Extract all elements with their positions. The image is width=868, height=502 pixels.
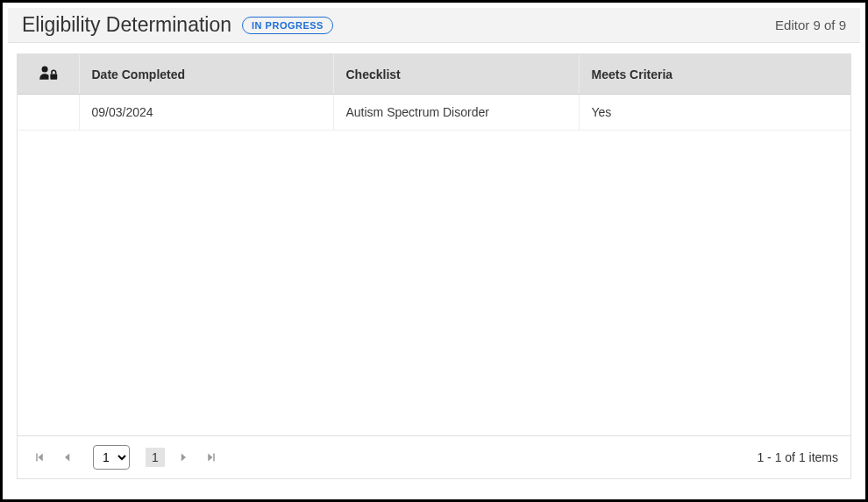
seek-first-icon bbox=[34, 452, 45, 463]
cell-meets-criteria: Yes bbox=[579, 95, 850, 131]
svg-point-0 bbox=[41, 67, 47, 73]
cell-date-completed: 09/03/2024 bbox=[79, 95, 333, 131]
pager-current-page[interactable]: 1 bbox=[146, 448, 165, 467]
title-group: Eligibility Determination IN PROGRESS bbox=[22, 13, 333, 37]
pager-controls: 1 1 bbox=[30, 445, 221, 470]
grid-scroll[interactable]: Date Completed Checklist Meets Criteria … bbox=[18, 54, 850, 436]
chevron-right-icon bbox=[178, 452, 189, 463]
column-header-lock[interactable] bbox=[18, 54, 79, 95]
pager-last-button[interactable] bbox=[202, 448, 221, 467]
table-header-row: Date Completed Checklist Meets Criteria bbox=[18, 54, 850, 95]
eligibility-table: Date Completed Checklist Meets Criteria … bbox=[18, 54, 850, 131]
svg-rect-1 bbox=[50, 74, 57, 80]
column-header-meets-criteria[interactable]: Meets Criteria bbox=[579, 54, 850, 95]
cell-checklist: Autism Spectrum Disorder bbox=[333, 95, 579, 131]
app-window: Eligibility Determination IN PROGRESS Ed… bbox=[0, 0, 868, 502]
pager-first-button[interactable] bbox=[30, 448, 49, 467]
cell-lock bbox=[18, 95, 79, 131]
editor-counter: Editor 9 of 9 bbox=[775, 18, 846, 32]
chevron-left-icon bbox=[62, 452, 73, 463]
column-header-checklist[interactable]: Checklist bbox=[333, 54, 579, 95]
app-inner: Eligibility Determination IN PROGRESS Ed… bbox=[3, 3, 865, 493]
table-row[interactable]: 09/03/2024 Autism Spectrum Disorder Yes bbox=[18, 95, 850, 131]
pager-summary: 1 - 1 of 1 items bbox=[757, 450, 838, 464]
pager-page-select[interactable]: 1 bbox=[93, 445, 130, 470]
content-panel: Date Completed Checklist Meets Criteria … bbox=[17, 53, 851, 479]
seek-last-icon bbox=[206, 452, 217, 463]
pager-next-button[interactable] bbox=[174, 448, 193, 467]
page-title: Eligibility Determination bbox=[22, 13, 231, 37]
header-bar: Eligibility Determination IN PROGRESS Ed… bbox=[8, 8, 860, 43]
person-lock-icon bbox=[39, 65, 58, 81]
pager: 1 1 1 - 1 of 1 items bbox=[18, 436, 850, 478]
column-header-date-completed[interactable]: Date Completed bbox=[79, 54, 333, 95]
grid-wrapper: Date Completed Checklist Meets Criteria … bbox=[17, 53, 851, 479]
status-badge: IN PROGRESS bbox=[242, 17, 333, 34]
pager-prev-button[interactable] bbox=[58, 448, 77, 467]
